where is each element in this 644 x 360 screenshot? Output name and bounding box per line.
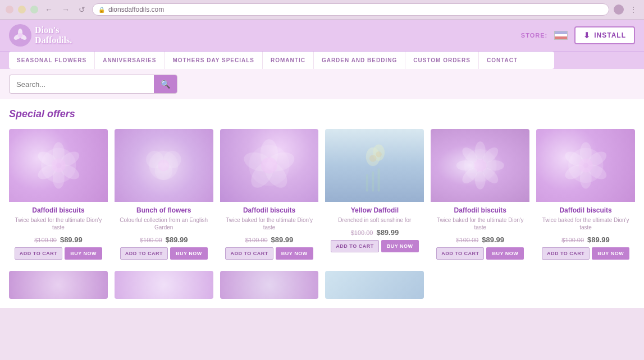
nav-item-romantic[interactable]: ROMANTIC bbox=[263, 52, 314, 69]
nav-item-seasonal[interactable]: SEASONAL FLOWERS bbox=[9, 52, 95, 69]
partial-product-1 bbox=[9, 271, 108, 299]
product-name-4: Daffodil biscuits bbox=[431, 202, 529, 215]
svg-rect-25 bbox=[372, 171, 374, 191]
price-original-4: $100.00 bbox=[456, 237, 478, 243]
svg-rect-27 bbox=[366, 174, 368, 192]
buy-now-button-2[interactable]: BUY NOW bbox=[276, 247, 313, 260]
forward-button[interactable]: → bbox=[60, 4, 72, 15]
nav-item-garden[interactable]: GARDEN AND BEDDING bbox=[314, 52, 405, 69]
product-price-1: $100.00 $89.99 bbox=[115, 232, 213, 247]
profile-button[interactable] bbox=[614, 4, 624, 15]
page-content: Special offers Daffodil biscuits Twice b… bbox=[0, 99, 644, 308]
svg-rect-26 bbox=[378, 168, 380, 192]
product-actions-1: ADD TO CART BUY NOW bbox=[115, 247, 213, 264]
browser-menu-button[interactable]: ⋮ bbox=[628, 4, 638, 15]
nav-item-mothers-day[interactable]: MOTHERS DAY SPECIALS bbox=[165, 52, 263, 69]
search-input[interactable] bbox=[10, 76, 154, 93]
logo-text: Dion's Daffodils. bbox=[35, 25, 72, 45]
url-text: dionsdaffodils.com bbox=[108, 6, 603, 13]
add-to-cart-button-1[interactable]: ADD TO CART bbox=[120, 247, 168, 260]
product-actions-0: ADD TO CART BUY NOW bbox=[9, 247, 108, 264]
svg-point-41 bbox=[474, 159, 487, 172]
price-sale-2: $89.99 bbox=[271, 236, 294, 244]
header-top: Dion's Daffodils. STORE: ⬇ INSTALL bbox=[0, 20, 644, 51]
product-image-2 bbox=[220, 129, 319, 202]
product-card-0: Daffodil biscuits Twice baked for the ul… bbox=[9, 129, 108, 264]
buy-now-button-4[interactable]: BUY NOW bbox=[486, 247, 524, 260]
add-to-cart-button-5[interactable]: ADD TO CART bbox=[542, 247, 590, 260]
nav-item-contact[interactable]: CONTACT bbox=[479, 52, 526, 69]
site-wrapper: Dion's Daffodils. STORE: ⬇ INSTALL SEASO… bbox=[0, 20, 644, 308]
price-sale-3: $89.99 bbox=[376, 228, 399, 237]
product-image-5 bbox=[536, 129, 635, 202]
svg-point-31 bbox=[376, 151, 381, 157]
nav-items: SEASONAL FLOWERS ANNIVERSARIES MOTHERS D… bbox=[9, 52, 554, 69]
product-price-3: $100.00 $89.99 bbox=[325, 225, 424, 240]
product-actions-2: ADD TO CART BUY NOW bbox=[220, 247, 319, 264]
svg-point-4 bbox=[18, 33, 22, 38]
svg-point-30 bbox=[369, 155, 376, 161]
svg-point-24 bbox=[261, 157, 277, 173]
nav-item-custom[interactable]: CUSTOM ORDERS bbox=[405, 52, 479, 69]
product-desc-1: Colourful collection from an English Gar… bbox=[115, 215, 213, 232]
buy-now-button-0[interactable]: BUY NOW bbox=[65, 247, 102, 260]
price-original-2: $100.00 bbox=[245, 237, 268, 243]
add-to-cart-button-4[interactable]: ADD TO CART bbox=[436, 247, 484, 260]
browser-chrome: ← → ↺ 🔒 dionsdaffodils.com ⋮ bbox=[0, 0, 644, 20]
product-price-2: $100.00 $89.99 bbox=[220, 232, 319, 247]
search-button[interactable]: 🔍 bbox=[154, 75, 177, 93]
install-button[interactable]: ⬇ INSTALL bbox=[574, 26, 635, 44]
product-grid-bottom bbox=[9, 271, 635, 299]
back-button[interactable]: ← bbox=[43, 4, 55, 15]
price-original-1: $100.00 bbox=[140, 237, 162, 243]
search-input-wrap: 🔍 bbox=[9, 75, 177, 94]
product-name-2: Daffodil biscuits bbox=[220, 202, 319, 215]
partial-product-6 bbox=[536, 271, 635, 299]
product-actions-3: ADD TO CART BUY NOW bbox=[325, 240, 424, 257]
download-icon: ⬇ bbox=[583, 31, 591, 40]
lock-icon: 🔒 bbox=[98, 7, 105, 13]
refresh-button[interactable]: ↺ bbox=[76, 4, 88, 15]
add-to-cart-button-3[interactable]: ADD TO CART bbox=[331, 240, 378, 252]
partial-product-2 bbox=[115, 271, 213, 299]
buy-now-button-3[interactable]: BUY NOW bbox=[381, 240, 419, 252]
product-name-1: Bunch of flowers bbox=[115, 202, 213, 215]
header-right: STORE: ⬇ INSTALL bbox=[521, 26, 635, 44]
store-label: STORE: bbox=[521, 32, 547, 39]
partial-product-4 bbox=[325, 271, 424, 299]
minimize-btn[interactable] bbox=[18, 6, 26, 13]
price-sale-4: $89.99 bbox=[482, 236, 504, 244]
product-image-4 bbox=[431, 129, 529, 202]
svg-point-12 bbox=[51, 159, 65, 173]
price-sale-5: $89.99 bbox=[587, 236, 610, 244]
price-sale-0: $89.99 bbox=[60, 236, 83, 244]
partial-product-3 bbox=[220, 271, 319, 299]
product-desc-5: Twice baked for the ultimate Dion'y tast… bbox=[536, 215, 635, 232]
buy-now-button-1[interactable]: BUY NOW bbox=[170, 247, 208, 260]
svg-point-17 bbox=[158, 160, 170, 172]
url-bar[interactable]: 🔒 dionsdaffodils.com bbox=[92, 3, 609, 16]
logo-area: Dion's Daffodils. bbox=[9, 24, 72, 47]
product-desc-4: Twice baked for the ultimate Dion'y tast… bbox=[431, 215, 529, 232]
product-image-3 bbox=[325, 129, 424, 202]
product-desc-3: Drenched in soft sunshine for bbox=[325, 215, 424, 225]
maximize-btn[interactable] bbox=[30, 6, 38, 13]
close-btn[interactable] bbox=[6, 6, 13, 13]
price-original-5: $100.00 bbox=[561, 237, 584, 243]
add-to-cart-button-2[interactable]: ADD TO CART bbox=[225, 247, 273, 260]
price-original-3: $100.00 bbox=[351, 229, 373, 236]
special-offers-title: Special offers bbox=[9, 108, 635, 120]
product-name-5: Daffodil biscuits bbox=[536, 202, 635, 215]
product-card-5: Daffodil biscuits Twice baked for the ul… bbox=[536, 129, 635, 264]
product-name-0: Daffodil biscuits bbox=[9, 202, 108, 215]
product-card-4: Daffodil biscuits Twice baked for the ul… bbox=[431, 129, 529, 264]
site-nav: SEASONAL FLOWERS ANNIVERSARIES MOTHERS D… bbox=[0, 51, 644, 69]
search-area: 🔍 bbox=[0, 69, 644, 99]
price-original-0: $100.00 bbox=[34, 237, 57, 243]
nav-item-anniversaries[interactable]: ANNIVERSARIES bbox=[95, 52, 165, 69]
price-sale-1: $89.99 bbox=[166, 236, 188, 244]
product-price-0: $100.00 $89.99 bbox=[9, 232, 108, 247]
add-to-cart-button-0[interactable]: ADD TO CART bbox=[15, 247, 62, 260]
buy-now-button-5[interactable]: BUY NOW bbox=[592, 247, 629, 260]
product-price-5: $100.00 $89.99 bbox=[536, 232, 635, 247]
